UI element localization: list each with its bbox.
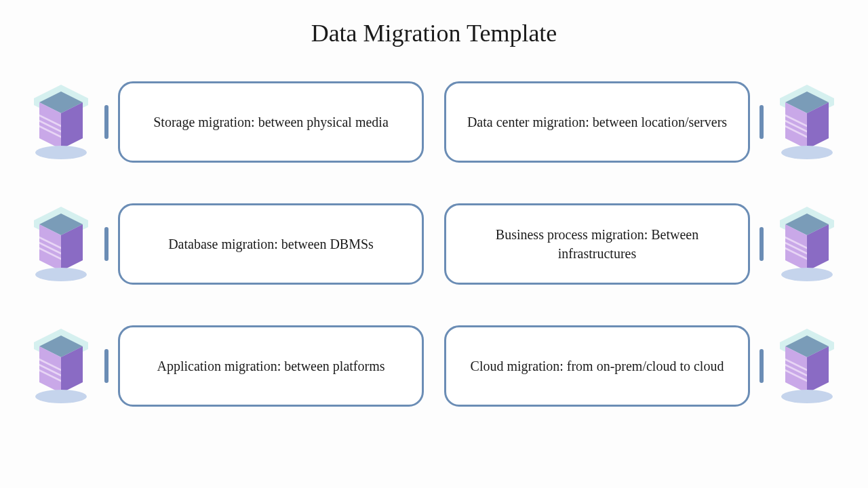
svg-point-47 (781, 390, 833, 403)
connector (104, 105, 108, 139)
migration-text: Data center migration: between location/… (467, 113, 727, 131)
migration-box: Database migration: between DBMSs (118, 203, 424, 285)
server-icon (773, 81, 841, 163)
migration-item: Application migration: between platforms (27, 319, 424, 413)
migration-item: Database migration: between DBMSs (27, 197, 424, 291)
migration-box: Application migration: between platforms (118, 325, 424, 407)
svg-point-31 (781, 268, 833, 281)
migration-text: Cloud migration: from on-prem/cloud to c… (471, 357, 724, 375)
server-icon (27, 325, 95, 407)
migration-box: Cloud migration: from on-prem/cloud to c… (444, 325, 750, 407)
page-title: Data Migration Template (311, 19, 557, 47)
migration-item: Storage migration: between physical medi… (27, 75, 424, 169)
migration-box: Storage migration: between physical medi… (118, 81, 424, 163)
svg-point-15 (781, 146, 833, 159)
migration-box: Data center migration: between location/… (444, 81, 750, 163)
migration-item: Cloud migration: from on-prem/cloud to c… (444, 319, 841, 413)
migration-item: Data center migration: between location/… (444, 75, 841, 169)
migration-text: Database migration: between DBMSs (168, 235, 374, 253)
server-icon (27, 203, 95, 285)
connector (104, 349, 108, 383)
migration-text: Storage migration: between physical medi… (153, 113, 389, 131)
migration-box: Business process migration: Between infr… (444, 203, 750, 285)
migration-item: Business process migration: Between infr… (444, 197, 841, 291)
svg-point-39 (35, 390, 87, 403)
connector (760, 227, 764, 261)
migration-text: Application migration: between platforms (157, 357, 384, 375)
connector (760, 349, 764, 383)
migration-grid: Storage migration: between physical medi… (27, 75, 841, 413)
server-icon (773, 325, 841, 407)
svg-point-7 (35, 146, 87, 159)
migration-text: Business process migration: Between infr… (467, 225, 728, 263)
server-icon (773, 203, 841, 285)
svg-point-23 (35, 268, 87, 281)
connector (760, 105, 764, 139)
connector (104, 227, 108, 261)
server-icon (27, 81, 95, 163)
